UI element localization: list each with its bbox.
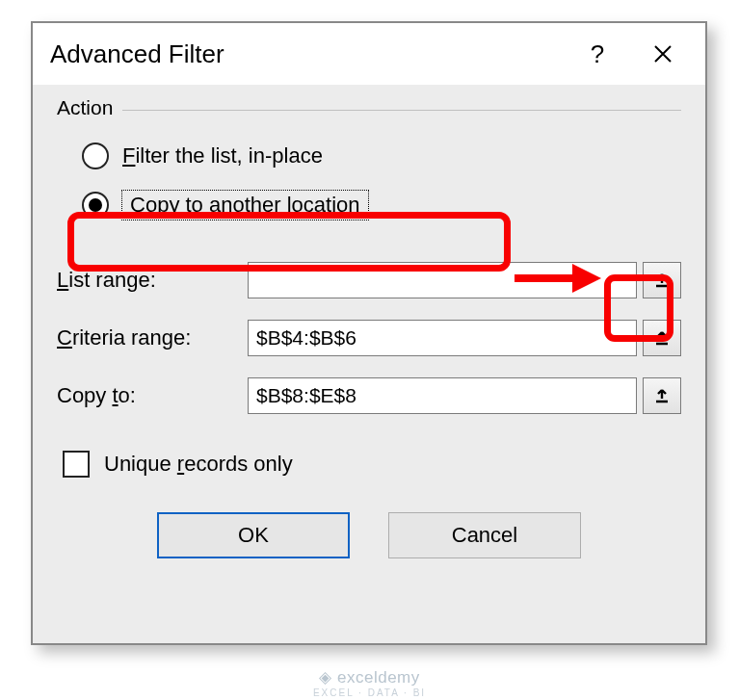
watermark: ◈ exceldemy EXCEL · DATA · BI [0,667,739,698]
copy-to-input[interactable] [248,377,637,414]
criteria-range-row: Criteria range: [57,320,681,356]
ok-button[interactable]: OK [157,512,350,558]
collapse-dialog-icon [653,329,671,347]
criteria-range-input[interactable] [248,320,637,356]
list-range-input[interactable] [248,262,637,298]
criteria-range-label: Criteria range: [57,325,248,350]
dialog-content: Action Filter the list, in-place Copy to… [33,85,705,578]
radio-copy-to-location-label: Copy to another location [122,191,368,220]
action-group-header: Action [57,96,681,123]
criteria-range-picker-button[interactable] [643,320,681,356]
dialog-title: Advanced Filter [50,39,565,69]
close-button[interactable] [630,23,696,85]
collapse-dialog-icon [653,272,671,289]
list-range-row: List range: [57,262,681,298]
radio-icon [82,192,109,219]
radio-copy-to-location[interactable]: Copy to another location [57,185,681,225]
unique-records-label: Unique records only [104,452,293,477]
cancel-button[interactable]: Cancel [388,512,581,558]
advanced-filter-dialog: Advanced Filter ? Action Filter the list… [31,21,707,645]
unique-records-checkbox[interactable] [63,451,90,478]
copy-to-picker-button[interactable] [643,377,681,414]
radio-icon [82,143,109,169]
dialog-button-row: OK Cancel [57,512,681,558]
help-button[interactable]: ? [565,23,630,85]
copy-to-row: Copy to: [57,377,681,414]
action-group-label: Action [57,96,122,119]
list-range-picker-button[interactable] [643,262,681,298]
close-icon [652,43,673,65]
unique-records-row[interactable]: Unique records only [57,451,681,478]
copy-to-label: Copy to: [57,383,248,408]
titlebar: Advanced Filter ? [33,23,705,85]
collapse-dialog-icon [653,387,671,404]
list-range-label: List range: [57,268,248,293]
radio-filter-in-place-label: Filter the list, in-place [122,143,323,169]
radio-filter-in-place[interactable]: Filter the list, in-place [57,137,681,175]
